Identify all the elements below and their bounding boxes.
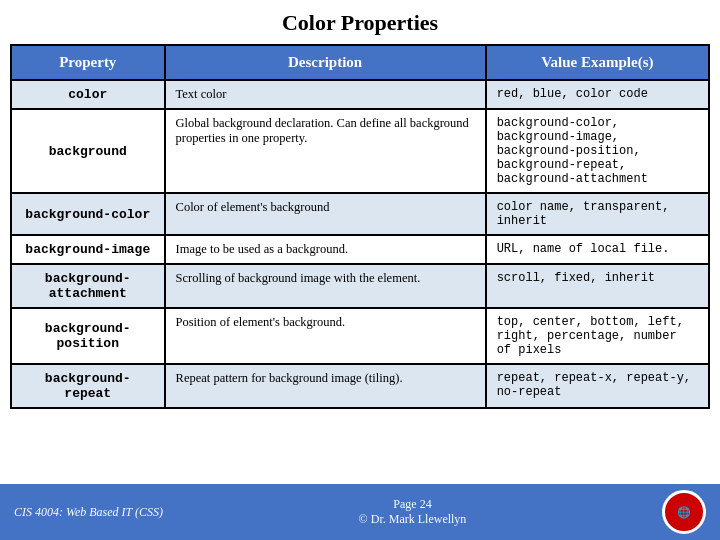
cell-description: Repeat pattern for background image (til…	[165, 364, 486, 408]
cell-description: Scrolling of background image with the e…	[165, 264, 486, 308]
cell-description: Text color	[165, 80, 486, 109]
table-row: background-colorColor of element's backg…	[11, 193, 709, 235]
cell-description: Global background declaration. Can defin…	[165, 109, 486, 193]
footer: CIS 4004: Web Based IT (CSS) Page 24 © D…	[0, 484, 720, 540]
footer-page: Page 24 © Dr. Mark Llewellyn	[359, 497, 467, 527]
header-property: Property	[11, 45, 165, 80]
cell-value: red, blue, color code	[486, 80, 709, 109]
cell-value: color name, transparent, inherit	[486, 193, 709, 235]
cell-property: background-image	[11, 235, 165, 264]
cell-property: color	[11, 80, 165, 109]
cell-value: URL, name of local file.	[486, 235, 709, 264]
table-row: backgroundGlobal background declaration.…	[11, 109, 709, 193]
page-title: Color Properties	[0, 0, 720, 44]
cell-value: top, center, bottom, left, right, percen…	[486, 308, 709, 364]
table-row: background-positionPosition of element's…	[11, 308, 709, 364]
cell-property: background-color	[11, 193, 165, 235]
cell-value: scroll, fixed, inherit	[486, 264, 709, 308]
table-row: background-imageImage to be used as a ba…	[11, 235, 709, 264]
cell-property: background	[11, 109, 165, 193]
header-value: Value Example(s)	[486, 45, 709, 80]
cell-value: background-color, background-image, back…	[486, 109, 709, 193]
table-wrapper: Property Description Value Example(s) co…	[0, 44, 720, 409]
cell-description: Image to be used as a background.	[165, 235, 486, 264]
cell-value: repeat, repeat-x, repeat-y, no-repeat	[486, 364, 709, 408]
cell-property: background-attachment	[11, 264, 165, 308]
table-row: colorText colorred, blue, color code	[11, 80, 709, 109]
table-row: background-repeatRepeat pattern for back…	[11, 364, 709, 408]
footer-course: CIS 4004: Web Based IT (CSS)	[14, 505, 163, 520]
logo-icon: 🌐	[662, 490, 706, 534]
table-header-row: Property Description Value Example(s)	[11, 45, 709, 80]
table-row: background-attachmentScrolling of backgr…	[11, 264, 709, 308]
header-description: Description	[165, 45, 486, 80]
color-properties-table: Property Description Value Example(s) co…	[10, 44, 710, 409]
cell-property: background-repeat	[11, 364, 165, 408]
cell-description: Color of element's background	[165, 193, 486, 235]
cell-property: background-position	[11, 308, 165, 364]
cell-description: Position of element's background.	[165, 308, 486, 364]
